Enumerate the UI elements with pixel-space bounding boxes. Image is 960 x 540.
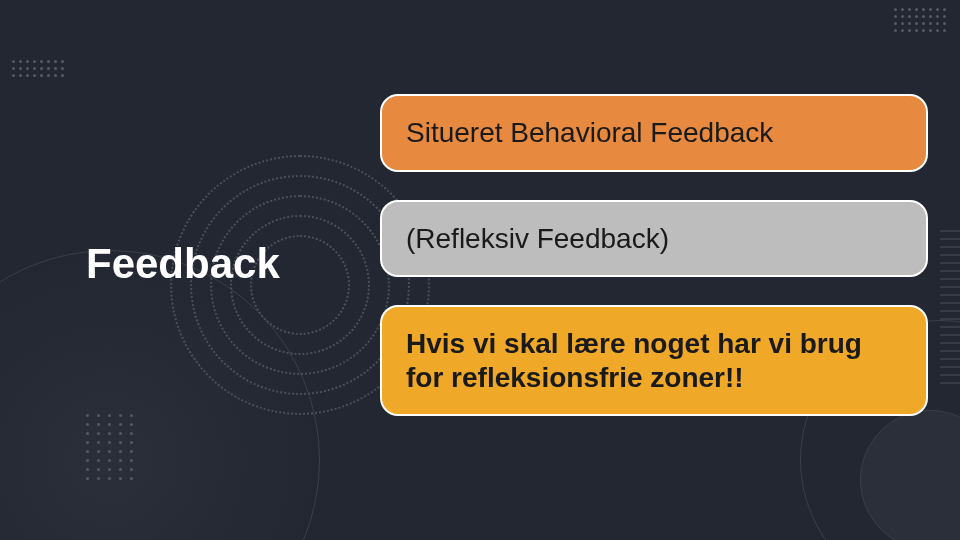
slide-heading: Feedback xyxy=(86,240,280,288)
bg-dots-bottom-left xyxy=(86,414,133,480)
card-situated-feedback: Situeret Behavioral Feedback xyxy=(380,94,928,172)
bg-dots-top-right xyxy=(894,8,946,32)
bg-stripes-right xyxy=(940,230,960,390)
card-reflective-feedback: (Refleksiv Feedback) xyxy=(380,200,928,278)
card-reflection-free-zones: Hvis vi skal lære noget har vi brug for … xyxy=(380,305,928,416)
card-stack: Situeret Behavioral Feedback (Refleksiv … xyxy=(380,94,928,416)
bg-dots-top-left xyxy=(12,60,64,77)
